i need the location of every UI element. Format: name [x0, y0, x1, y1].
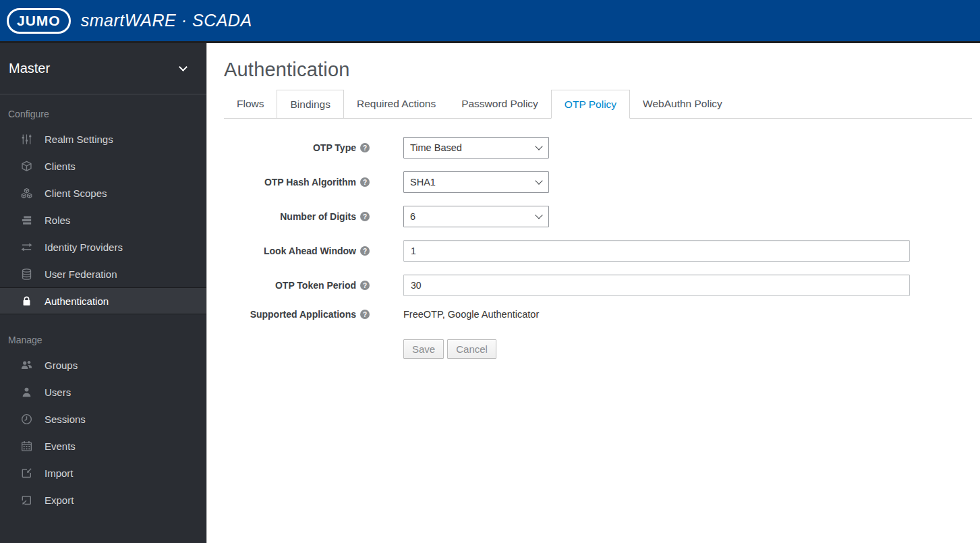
database-icon: [20, 268, 33, 281]
sidebar-item-label: Authentication: [45, 295, 109, 307]
user-icon: [20, 386, 33, 399]
jumo-logo[interactable]: JUMO: [7, 8, 71, 34]
lock-icon: [20, 295, 33, 308]
clock-icon: [20, 413, 33, 426]
form-row-otp-type: OTP Type Time Based: [224, 137, 972, 159]
calendar-icon: [20, 440, 33, 453]
tab-otp-policy[interactable]: OTP Policy: [551, 90, 630, 119]
tab-required-actions[interactable]: Required Actions: [344, 90, 449, 118]
sidebar-item-identity-providers[interactable]: Identity Providers: [0, 233, 206, 260]
help-icon[interactable]: [360, 143, 370, 152]
sidebar-item-import[interactable]: Import: [0, 459, 206, 486]
form-row-number-of-digits: Number of Digits 6: [224, 206, 972, 227]
sliders-icon: [20, 133, 33, 146]
help-icon[interactable]: [360, 281, 370, 290]
sidebar-item-export[interactable]: Export: [0, 486, 206, 513]
field-label-text: OTP Type: [313, 142, 356, 153]
tab-bindings[interactable]: Bindings: [277, 90, 343, 118]
look-ahead-window-input[interactable]: [403, 240, 910, 262]
sidebar-item-roles[interactable]: Roles: [0, 206, 206, 233]
sidebar-item-label: Export: [45, 494, 74, 506]
sidebar-item-client-scopes[interactable]: Client Scopes: [0, 179, 206, 206]
sidebar: Master Configure Realm Settings Clients …: [0, 43, 207, 543]
export-icon: [20, 494, 33, 507]
sidebar-item-label: Users: [45, 387, 71, 398]
number-of-digits-label: Number of Digits: [224, 211, 370, 222]
sidebar-item-label: Client Scopes: [45, 188, 107, 199]
tab-flows[interactable]: Flows: [224, 90, 277, 118]
cancel-button[interactable]: Cancel: [447, 339, 496, 359]
supported-applications-label: Supported Applications: [224, 309, 370, 320]
otp-type-select[interactable]: Time Based: [403, 137, 549, 159]
number-of-digits-select-wrap: 6: [403, 206, 549, 227]
sidebar-item-events[interactable]: Events: [0, 432, 206, 459]
tab-webauthn-policy[interactable]: WebAuthn Policy: [630, 90, 735, 118]
number-of-digits-select[interactable]: 6: [403, 206, 549, 227]
help-icon[interactable]: [360, 212, 370, 221]
realm-name: Master: [9, 61, 50, 76]
product-name: smartWARE · SCADA: [81, 11, 252, 30]
sidebar-item-label: Events: [45, 440, 76, 452]
sidebar-item-label: Roles: [45, 215, 70, 226]
cube-icon: [20, 160, 33, 173]
field-label-text: Look Ahead Window: [264, 246, 356, 256]
sidebar-item-clients[interactable]: Clients: [0, 152, 206, 179]
sidebar-item-label: Import: [45, 467, 74, 479]
sidebar-item-sessions[interactable]: Sessions: [0, 405, 206, 432]
field-label-text: OTP Token Period: [275, 280, 356, 291]
supported-applications-value: FreeOTP, Google Authenticator: [403, 309, 539, 320]
tab-password-policy[interactable]: Password Policy: [449, 90, 551, 118]
field-label-text: OTP Hash Algorithm: [264, 177, 356, 188]
main-content: Authentication Flows Bindings Required A…: [207, 43, 980, 543]
save-button[interactable]: Save: [403, 339, 444, 359]
realm-selector[interactable]: Master: [0, 43, 206, 94]
otp-policy-form: OTP Type Time Based OTP Hash Algorithm S…: [224, 137, 972, 359]
sidebar-item-label: Realm Settings: [45, 134, 113, 145]
section-label-configure: Configure: [0, 94, 206, 125]
sidebar-item-realm-settings[interactable]: Realm Settings: [0, 125, 206, 152]
help-icon[interactable]: [360, 310, 370, 319]
look-ahead-window-label: Look Ahead Window: [224, 246, 370, 256]
field-label-text: Supported Applications: [250, 309, 356, 320]
help-icon[interactable]: [360, 177, 370, 187]
tab-bar: Flows Bindings Required Actions Password…: [224, 90, 972, 119]
sidebar-item-users[interactable]: Users: [0, 378, 206, 405]
help-icon[interactable]: [360, 246, 370, 256]
logo-text: JUMO: [17, 13, 61, 29]
field-label-text: Number of Digits: [280, 211, 356, 222]
import-icon: [20, 467, 33, 480]
sidebar-item-authentication[interactable]: Authentication: [0, 287, 206, 314]
form-row-look-ahead-window: Look Ahead Window: [224, 240, 972, 262]
form-row-otp-token-period: OTP Token Period: [224, 275, 972, 296]
exchange-icon: [20, 241, 33, 254]
page-title: Authentication: [224, 59, 972, 81]
otp-type-select-wrap: Time Based: [403, 137, 549, 159]
sidebar-item-label: Identity Providers: [45, 241, 123, 253]
section-label-manage: Manage: [0, 314, 206, 351]
sidebar-item-user-federation[interactable]: User Federation: [0, 260, 206, 287]
tasks-icon: [20, 214, 33, 227]
sidebar-item-label: Clients: [45, 161, 76, 172]
otp-token-period-input[interactable]: [403, 275, 910, 296]
users-icon: [20, 359, 33, 372]
sidebar-item-label: Groups: [45, 360, 78, 371]
sidebar-item-label: User Federation: [45, 268, 117, 280]
otp-hash-algorithm-select[interactable]: SHA1: [403, 171, 549, 193]
form-buttons-row: SaveCancel: [224, 339, 972, 359]
chevron-down-icon: [179, 63, 188, 72]
form-row-supported-applications: Supported Applications FreeOTP, Google A…: [224, 309, 972, 320]
cubes-icon: [20, 187, 33, 200]
sidebar-item-groups[interactable]: Groups: [0, 351, 206, 378]
app-header: JUMO smartWARE · SCADA: [0, 0, 980, 43]
form-row-otp-hash-algorithm: OTP Hash Algorithm SHA1: [224, 171, 972, 193]
otp-hash-algorithm-label: OTP Hash Algorithm: [224, 177, 370, 188]
sidebar-item-label: Sessions: [45, 413, 86, 425]
otp-hash-algorithm-select-wrap: SHA1: [403, 171, 549, 193]
otp-type-label: OTP Type: [224, 142, 370, 153]
otp-token-period-label: OTP Token Period: [224, 280, 370, 291]
